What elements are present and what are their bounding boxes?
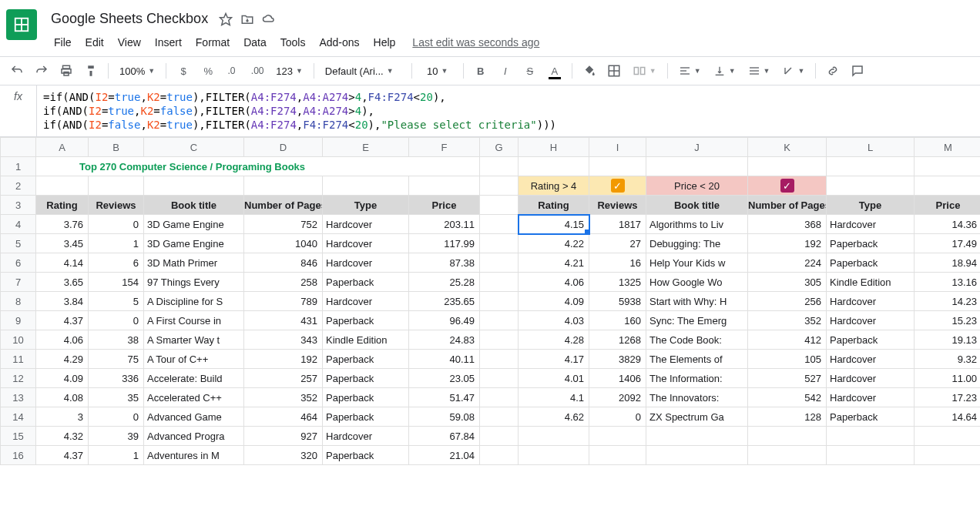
cell[interactable]: 2092 bbox=[589, 388, 646, 407]
cell[interactable]: 4.09 bbox=[519, 292, 589, 311]
menu-view[interactable]: View bbox=[112, 33, 147, 52]
cell[interactable]: 0 bbox=[589, 407, 646, 427]
cell[interactable]: 368 bbox=[748, 215, 827, 234]
cell[interactable]: 9.32 bbox=[915, 350, 981, 369]
cell[interactable]: 1 bbox=[89, 234, 144, 253]
table-header[interactable]: Book title bbox=[646, 196, 748, 215]
cell[interactable]: Paperback bbox=[323, 311, 409, 330]
cell[interactable] bbox=[480, 330, 519, 350]
cell[interactable] bbox=[480, 427, 519, 446]
cell[interactable]: 23.05 bbox=[409, 369, 480, 388]
cell[interactable] bbox=[36, 176, 89, 196]
cell[interactable]: 1040 bbox=[244, 234, 323, 253]
cell[interactable]: 4.17 bbox=[519, 350, 589, 369]
cell[interactable]: 3.65 bbox=[36, 273, 89, 292]
cell[interactable] bbox=[589, 427, 646, 446]
filter-rating-checkbox[interactable]: ✓ bbox=[589, 176, 646, 196]
cell[interactable]: Paperback bbox=[323, 446, 409, 465]
col-header-M[interactable]: M bbox=[915, 138, 981, 157]
cloud-icon[interactable] bbox=[262, 12, 276, 26]
cell[interactable]: 4.37 bbox=[36, 311, 89, 330]
row-header[interactable]: 14 bbox=[1, 407, 36, 427]
cell[interactable]: 3.84 bbox=[36, 292, 89, 311]
print-button[interactable] bbox=[55, 60, 77, 82]
cell[interactable]: 96.49 bbox=[409, 311, 480, 330]
move-icon[interactable] bbox=[240, 12, 254, 26]
cell[interactable]: 4.06 bbox=[36, 330, 89, 350]
merge-button[interactable]: ▼ bbox=[628, 60, 661, 82]
cell[interactable]: Hardcover bbox=[323, 215, 409, 234]
percent-button[interactable]: % bbox=[197, 60, 219, 82]
cell[interactable]: 352 bbox=[748, 311, 827, 330]
menu-insert[interactable]: Insert bbox=[149, 33, 188, 52]
cell[interactable]: Paperback bbox=[323, 407, 409, 427]
filter-price-label[interactable]: Price < 20 bbox=[646, 176, 748, 196]
cell[interactable]: 154 bbox=[89, 273, 144, 292]
cell[interactable]: 4.21 bbox=[519, 253, 589, 273]
cell[interactable]: 257 bbox=[244, 369, 323, 388]
cell[interactable] bbox=[748, 427, 827, 446]
row-header[interactable]: 2 bbox=[1, 176, 36, 196]
cell[interactable]: 0 bbox=[89, 311, 144, 330]
cell[interactable]: 1268 bbox=[589, 330, 646, 350]
cell[interactable]: 27 bbox=[589, 234, 646, 253]
cell[interactable]: 38 bbox=[89, 330, 144, 350]
cell[interactable]: ZX Spectrum Ga bbox=[646, 407, 748, 427]
cell[interactable]: 59.08 bbox=[409, 407, 480, 427]
cell[interactable] bbox=[519, 427, 589, 446]
col-header-J[interactable]: J bbox=[646, 138, 748, 157]
cell[interactable]: 320 bbox=[244, 446, 323, 465]
cell[interactable]: 4.09 bbox=[36, 369, 89, 388]
cell[interactable]: 305 bbox=[748, 273, 827, 292]
cell[interactable]: Hardcover bbox=[827, 369, 915, 388]
cell[interactable]: 14.64 bbox=[915, 407, 981, 427]
table-header[interactable]: Reviews bbox=[89, 196, 144, 215]
cell[interactable]: 752 bbox=[244, 215, 323, 234]
cell[interactable]: Help Your Kids w bbox=[646, 253, 748, 273]
cell[interactable]: 3D Math Primer bbox=[144, 253, 244, 273]
row-header[interactable]: 8 bbox=[1, 292, 36, 311]
text-color-button[interactable]: A bbox=[544, 60, 566, 82]
cell[interactable]: 4.29 bbox=[36, 350, 89, 369]
cell[interactable]: 1325 bbox=[589, 273, 646, 292]
valign-button[interactable]: ▼ bbox=[709, 60, 740, 82]
cell[interactable]: Paperback bbox=[827, 253, 915, 273]
cell[interactable] bbox=[748, 157, 827, 176]
cell[interactable]: The Innovators: bbox=[646, 388, 748, 407]
cell[interactable] bbox=[589, 157, 646, 176]
menu-add-ons[interactable]: Add-ons bbox=[313, 33, 365, 52]
edit-status[interactable]: Last edit was seconds ago bbox=[412, 36, 539, 49]
cell[interactable]: 14.23 bbox=[915, 292, 981, 311]
link-button[interactable] bbox=[822, 60, 844, 82]
cell[interactable]: Advanced Progra bbox=[144, 427, 244, 446]
cell[interactable] bbox=[827, 446, 915, 465]
table-header[interactable]: Type bbox=[323, 196, 409, 215]
cell[interactable]: 1 bbox=[89, 446, 144, 465]
doc-title[interactable]: Google Sheets Checkbox bbox=[48, 9, 211, 28]
row-header[interactable]: 16 bbox=[1, 446, 36, 465]
cell[interactable] bbox=[519, 446, 589, 465]
cell[interactable] bbox=[244, 176, 323, 196]
filter-price-checkbox[interactable]: ✓ bbox=[748, 176, 827, 196]
cell[interactable] bbox=[480, 196, 519, 215]
col-header-D[interactable]: D bbox=[244, 138, 323, 157]
row-header[interactable]: 4 bbox=[1, 215, 36, 234]
cell[interactable]: 464 bbox=[244, 407, 323, 427]
cell[interactable]: 11.00 bbox=[915, 369, 981, 388]
row-header[interactable]: 3 bbox=[1, 196, 36, 215]
cell[interactable]: 4.1 bbox=[519, 388, 589, 407]
cell[interactable] bbox=[915, 176, 981, 196]
strikethrough-button[interactable]: S bbox=[519, 60, 541, 82]
cell[interactable]: 18.94 bbox=[915, 253, 981, 273]
table-header[interactable]: Rating bbox=[36, 196, 89, 215]
italic-button[interactable]: I bbox=[495, 60, 516, 82]
cell[interactable] bbox=[827, 157, 915, 176]
cell[interactable]: 13.16 bbox=[915, 273, 981, 292]
cell[interactable]: 542 bbox=[748, 388, 827, 407]
cell[interactable] bbox=[646, 427, 748, 446]
cell[interactable]: Paperback bbox=[827, 407, 915, 427]
cell[interactable]: 4.01 bbox=[519, 369, 589, 388]
cell[interactable]: Sync: The Emerg bbox=[646, 311, 748, 330]
cell[interactable]: 16 bbox=[589, 253, 646, 273]
col-header-L[interactable]: L bbox=[827, 138, 915, 157]
